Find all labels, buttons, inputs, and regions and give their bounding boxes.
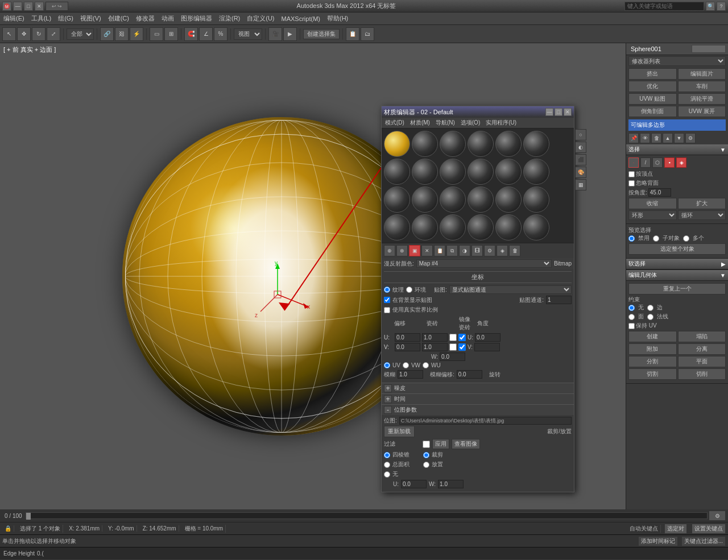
angle-snap[interactable]: ∠ (199, 27, 213, 41)
mat-env-radio[interactable] (406, 287, 412, 293)
mat-uv-radio[interactable] (384, 362, 390, 368)
rp-uvwexpand-btn[interactable]: UVW 展开 (678, 106, 726, 117)
mat-sphere-13[interactable] (384, 186, 410, 213)
rp-multi-radio[interactable] (683, 235, 689, 242)
mat-apply-btn[interactable]: 应用 (432, 439, 449, 449)
main-viewport[interactable]: [ + 前 真实 + 边面 ] (0, 43, 626, 509)
mat-duplicate[interactable]: ⧉ (446, 245, 458, 256)
timeline-track[interactable] (26, 512, 708, 519)
percent-snap[interactable]: % (214, 27, 228, 41)
menu-maxscript[interactable]: MAXScript(M) (282, 15, 320, 22)
menu-view[interactable]: 视图(V) (80, 14, 101, 23)
mat-video[interactable]: 🎞 (471, 245, 483, 256)
rp-vertex-mode[interactable]: · (628, 157, 639, 168)
rp-repeat-btn[interactable]: 重复上一个 (628, 283, 726, 294)
rp-normal-radio[interactable] (647, 314, 653, 320)
rp-uvwmap-btn[interactable]: UVW 贴图 (628, 93, 677, 105)
menu-group[interactable]: 组(G) (58, 14, 73, 23)
mat-sphere-22[interactable] (468, 214, 494, 240)
menu-render[interactable]: 渲染(R) (219, 14, 240, 23)
rp-face-radio[interactable] (628, 314, 635, 320)
rp-editface-btn[interactable]: 编辑面片 (678, 68, 726, 80)
bind-tool[interactable]: ⚡ (130, 27, 143, 41)
mat-channel-input[interactable] (546, 296, 572, 304)
mat-reload-btn[interactable]: 重新加载 (384, 426, 415, 437)
mat-noise-header[interactable]: + 噪皮 (382, 383, 574, 393)
rp-edge-mode[interactable]: / (640, 157, 651, 168)
menu-animation[interactable]: 动画 (162, 14, 174, 23)
select-region-tool[interactable]: ▭ (150, 27, 163, 41)
mat-w-crop-val[interactable] (438, 480, 464, 488)
mat-sphere-18[interactable] (523, 186, 549, 213)
mat-time-expand[interactable]: + (384, 395, 392, 403)
rp-cut-btn[interactable]: 切割 (628, 368, 677, 380)
key-selection-btn[interactable]: 创建选择集 (303, 29, 340, 39)
mat-menu-options[interactable]: 选项(O) (461, 119, 480, 127)
rp-smooth-btn[interactable]: 涡轮平滑 (678, 93, 726, 105)
mat-u-mirror[interactable] (449, 334, 457, 341)
search-input[interactable] (624, 2, 704, 11)
mat-apply-checkbox[interactable] (423, 441, 430, 448)
selection-filter[interactable]: 全部 (67, 28, 94, 40)
mat-put-mat[interactable]: ⊗ (396, 245, 408, 256)
mat-v-offset[interactable] (395, 343, 420, 351)
mat-reset[interactable]: ✕ (421, 245, 433, 256)
mat-v-angle-val[interactable] (474, 343, 500, 351)
rp-chamfer-btn[interactable]: 倒角剖面 (628, 106, 677, 117)
mat-sphere-19[interactable] (384, 214, 410, 240)
mat-blur-offset-val[interactable] (457, 370, 482, 379)
rp-attach-btn[interactable]: 附加 (628, 343, 677, 355)
mat-menu-utils[interactable]: 实用程序(U) (486, 119, 516, 127)
rp-subobj-radio[interactable] (653, 235, 659, 242)
mat-v-mirror[interactable] (449, 343, 457, 351)
mat-get-mat[interactable]: ⊕ (384, 245, 395, 256)
minimize-btn[interactable]: — (13, 2, 22, 11)
render-btn[interactable]: ▶ (283, 27, 297, 41)
mat-side-btn-2[interactable]: ◐ (575, 142, 586, 153)
mat-side-btn-3[interactable]: ⬛ (575, 154, 586, 165)
rp-disable-radio[interactable] (628, 235, 635, 242)
rp-create-btn[interactable]: 创建 (628, 331, 677, 342)
mat-side-btn-4[interactable]: 🎨 (575, 167, 586, 178)
menu-tools[interactable]: 工具(L) (31, 14, 51, 23)
mat-sphere-10[interactable] (468, 159, 494, 185)
rp-stack-up[interactable]: ▲ (663, 133, 673, 143)
rp-stack-pin[interactable]: 📌 (628, 133, 639, 143)
mat-mapping-dropdown[interactable]: 显式贴图通道 (449, 285, 572, 294)
rp-expand-btn[interactable]: 扩大 (678, 198, 726, 209)
timeline-settings-btn[interactable]: ⚙ (709, 511, 726, 521)
rp-active-modifier[interactable]: 可编辑多边形 (628, 119, 726, 131)
add-time-marker-btn[interactable]: 添加时间标记 (638, 536, 678, 546)
move-tool[interactable]: ✥ (17, 27, 31, 41)
mat-texture-radio[interactable] (384, 287, 390, 293)
mat-side-btn-5[interactable]: ▦ (575, 179, 586, 190)
rotate-tool[interactable]: ↻ (32, 27, 46, 41)
mat-crop-radio[interactable] (423, 452, 429, 458)
menu-modifiers[interactable]: 修改器 (136, 14, 155, 23)
rp-slice-btn[interactable]: 切削 (678, 368, 726, 380)
close-btn[interactable]: ✕ (35, 2, 44, 11)
mat-u-tile[interactable] (422, 333, 448, 342)
mat-sphere-24[interactable] (523, 214, 549, 240)
rp-stack-show[interactable]: 👁 (640, 133, 650, 143)
mat-v-tile[interactable] (422, 343, 448, 351)
rp-poly-mode[interactable]: ▪ (664, 157, 675, 168)
scene-explorer[interactable]: 🗂 (361, 27, 374, 41)
rp-softselect-header[interactable]: 软选择 ▶ (626, 259, 728, 269)
mat-vw-radio[interactable] (403, 362, 409, 368)
timeline-slider[interactable] (26, 513, 31, 520)
rp-select-whole-btn[interactable]: 选定整个对象 (628, 243, 726, 255)
rp-stack-delete[interactable]: 🗑 (651, 133, 661, 143)
rp-editgeo-header[interactable]: 编辑几何体 ▼ (626, 270, 728, 281)
rp-border-mode[interactable]: ⬡ (652, 157, 663, 168)
rp-reset-plane-btn[interactable]: 平面 (678, 356, 726, 367)
mat-sphere-2[interactable] (412, 131, 438, 157)
status-setkey-btn[interactable]: 设置关键点 (692, 524, 726, 534)
mat-sphere-12[interactable] (523, 159, 549, 185)
select-tool[interactable]: ↖ (2, 27, 16, 41)
render-setup[interactable]: 🎥 (268, 27, 282, 41)
mat-blur-val[interactable] (398, 370, 423, 379)
search-icon[interactable]: 🔍 (706, 2, 715, 11)
rp-color-swatch[interactable] (692, 45, 726, 53)
mat-sphere-17[interactable] (495, 186, 522, 213)
